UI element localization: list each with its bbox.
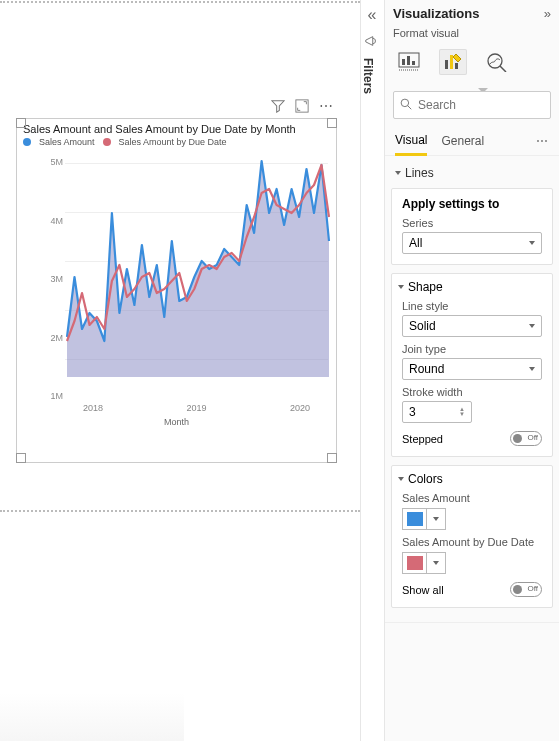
legend-label: Sales Amount by Due Date: [119, 137, 227, 147]
svg-rect-4: [412, 61, 415, 65]
analytics-icon[interactable]: [483, 49, 511, 75]
field-label: Join type: [402, 343, 542, 355]
chart-legend: Sales Amount Sales Amount by Due Date: [17, 135, 336, 149]
svg-line-10: [500, 66, 506, 72]
field-label: Sales Amount by Due Date: [402, 536, 542, 548]
field-label: Stroke width: [402, 386, 542, 398]
megaphone-icon[interactable]: [361, 34, 381, 52]
color-swatch[interactable]: [402, 552, 426, 574]
svg-rect-3: [407, 56, 410, 65]
chart-lines: [17, 149, 338, 409]
toggle-state: Off: [527, 584, 538, 593]
select-value: Solid: [409, 319, 436, 333]
search-icon: [400, 96, 412, 114]
build-visual-icon[interactable]: [395, 49, 423, 75]
pane-subtitle: Format visual: [385, 27, 559, 43]
shape-header[interactable]: Shape: [398, 280, 544, 294]
svg-rect-6: [445, 60, 448, 69]
tabs-more-icon[interactable]: ⋯: [536, 134, 549, 148]
expand-pane-icon[interactable]: »: [544, 6, 551, 21]
tab-visual[interactable]: Visual: [395, 127, 427, 156]
focus-mode-icon[interactable]: [294, 98, 310, 114]
legend-swatch: [103, 138, 111, 146]
resize-handle[interactable]: [16, 118, 26, 128]
section-label: Lines: [405, 166, 434, 180]
x-axis-ticks: 2018 2019 2020: [65, 403, 328, 413]
field-label: Sales Amount: [402, 492, 542, 504]
chevron-down-icon: [395, 171, 401, 175]
tab-general[interactable]: General: [441, 128, 484, 154]
chevron-down-icon: [398, 285, 404, 289]
filters-pane-collapsed: « Filters: [360, 0, 384, 741]
section-lines[interactable]: Lines: [385, 162, 559, 184]
field-label: Line style: [402, 300, 542, 312]
chevron-down-icon: [433, 517, 439, 521]
format-search[interactable]: [393, 91, 551, 119]
visualizations-pane: Visualizations » Format visual Visual Ge…: [384, 0, 559, 741]
swatch-fill: [407, 512, 423, 526]
canvas-boundary-top: [0, 1, 360, 3]
chart-plot-area: Sales Amount and Sales Amount by Due Dat…: [17, 149, 336, 429]
resize-handle[interactable]: [327, 118, 337, 128]
input-value: 3: [409, 405, 416, 419]
chart-visual[interactable]: Sales Amount and Sales Amount by Due Dat…: [16, 118, 337, 463]
toggle-state: Off: [527, 433, 538, 442]
x-axis-label: Month: [17, 417, 336, 427]
svg-rect-2: [402, 59, 405, 65]
apply-settings-card: Apply settings to Series All: [391, 188, 553, 265]
card-title: Apply settings to: [402, 197, 542, 211]
color-swatch[interactable]: [402, 508, 426, 530]
toggle-knob: [513, 585, 522, 594]
report-canvas[interactable]: ⋯ Sales Amount and Sales Amount by Due D…: [0, 0, 360, 741]
chevron-down-icon: [433, 561, 439, 565]
select-value: All: [409, 236, 422, 250]
color-dropdown[interactable]: [426, 508, 446, 530]
filters-pane-label[interactable]: Filters: [361, 58, 375, 94]
chevron-down-icon: [529, 324, 535, 328]
chevron-down-icon: [398, 477, 404, 481]
card-title: Shape: [408, 280, 443, 294]
select-value: Round: [409, 362, 444, 376]
format-search-input[interactable]: [418, 98, 544, 112]
collapse-filters-icon[interactable]: «: [363, 6, 381, 24]
tool-caret: [385, 79, 559, 87]
colors-header[interactable]: Colors: [398, 472, 544, 486]
card-title: Colors: [408, 472, 443, 486]
svg-rect-8: [455, 63, 458, 69]
legend-label: Sales Amount: [39, 137, 95, 147]
legend-swatch: [23, 138, 31, 146]
series-select[interactable]: All: [402, 232, 542, 254]
colors-card: Colors Sales Amount Sales Amount by Due …: [391, 465, 553, 608]
toggle-knob: [513, 434, 522, 443]
swatch-fill: [407, 556, 423, 570]
chart-title: Sales Amount and Sales Amount by Due Dat…: [17, 119, 336, 135]
canvas-fade: [0, 693, 184, 741]
chevron-down-icon: [529, 241, 535, 245]
field-label: Series: [402, 217, 542, 229]
canvas-boundary-bottom: [0, 510, 360, 512]
format-tool-row: [385, 43, 559, 83]
chevron-down-icon: [529, 367, 535, 371]
resize-handle[interactable]: [16, 453, 26, 463]
resize-handle[interactable]: [327, 453, 337, 463]
join-type-select[interactable]: Round: [402, 358, 542, 380]
format-visual-icon[interactable]: [439, 49, 467, 75]
stepped-toggle[interactable]: Off: [510, 431, 542, 446]
visual-header-toolbar: ⋯: [270, 98, 334, 114]
stepper-icon[interactable]: ▲▼: [459, 407, 465, 417]
color-dropdown[interactable]: [426, 552, 446, 574]
pane-title: Visualizations: [393, 6, 479, 21]
svg-line-12: [408, 106, 412, 110]
field-label: Show all: [402, 584, 444, 596]
more-options-icon[interactable]: ⋯: [318, 98, 334, 114]
line-style-select[interactable]: Solid: [402, 315, 542, 337]
format-tabs: Visual General ⋯: [385, 127, 559, 156]
showall-toggle[interactable]: Off: [510, 582, 542, 597]
stroke-width-input[interactable]: 3 ▲▼: [402, 401, 472, 423]
filter-icon[interactable]: [270, 98, 286, 114]
shape-card: Shape Line style Solid Join type Round S…: [391, 273, 553, 457]
field-label: Stepped: [402, 433, 443, 445]
